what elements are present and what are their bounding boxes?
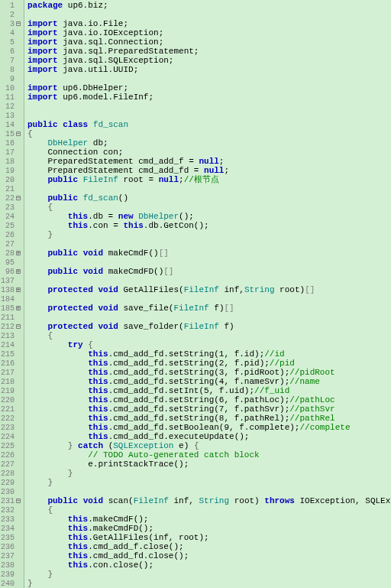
fold-icon[interactable]: ⊟ [15, 496, 22, 505]
line-number[interactable]: 3⊟ [0, 19, 24, 28]
code-line[interactable]: protected void save_folder(FileInf f) [27, 322, 388, 331]
line-number[interactable]: 27 [0, 239, 24, 249]
line-number[interactable]: 24 [0, 212, 24, 221]
line-number[interactable]: 228 [0, 469, 24, 478]
line-number[interactable]: 221 [0, 404, 24, 414]
line-number[interactable]: 233 [0, 515, 24, 524]
code-line[interactable] [27, 487, 388, 496]
line-number[interactable]: 226 [0, 450, 24, 460]
code-line[interactable]: import up6.model.FileInf; [27, 93, 388, 102]
code-line[interactable]: this.GetAllFiles(inf, root); [27, 533, 388, 542]
fold-icon[interactable]: ⊞ [15, 285, 22, 294]
code-line[interactable]: } [27, 469, 388, 478]
code-line[interactable] [27, 276, 388, 285]
line-number[interactable]: 229 [0, 478, 24, 487]
code-line[interactable]: this.cmd_add_fd.setString(2, f.pid);//pi… [27, 359, 388, 368]
code-line[interactable]: this.cmd_add_fd.setBoolean(9, f.complete… [27, 423, 388, 432]
code-line[interactable]: import java.io.File; [27, 19, 388, 28]
line-number[interactable]: 138⊞ [0, 285, 24, 294]
line-number[interactable]: 95 [0, 258, 24, 267]
line-number[interactable]: 18 [0, 157, 24, 166]
code-line[interactable]: this.cmd_add_fd.setInt(5, f.uid);//f_uid [27, 386, 388, 395]
line-number[interactable]: 227 [0, 460, 24, 469]
line-number[interactable]: 12 [0, 102, 24, 111]
code-line[interactable]: import up6.DbHelper; [27, 83, 388, 93]
code-line[interactable]: { [27, 129, 388, 138]
code-line[interactable]: } [27, 579, 388, 588]
code-line[interactable]: e.printStackTrace(); [27, 460, 388, 469]
code-line[interactable] [27, 184, 388, 193]
line-number[interactable]: 215 [0, 349, 24, 359]
line-number[interactable]: 23 [0, 203, 24, 212]
line-number[interactable]: 26 [0, 230, 24, 239]
line-number[interactable]: 20 [0, 175, 24, 184]
line-number[interactable]: 13 [0, 111, 24, 120]
code-line[interactable] [27, 10, 388, 19]
code-line[interactable]: this.cmd_add_fd.close(); [27, 551, 388, 560]
code-line[interactable]: this.cmd_add_fd.setString(1, f.id);//id [27, 349, 388, 359]
line-number[interactable]: 217 [0, 368, 24, 377]
fold-icon[interactable]: ⊞ [15, 304, 22, 313]
line-number[interactable]: 17 [0, 148, 24, 157]
code-line[interactable]: import java.sql.Connection; [27, 37, 388, 47]
code-line[interactable]: this.makeCmdF(); [27, 515, 388, 524]
code-line[interactable]: public void makeCmdFD()[] [27, 267, 388, 276]
line-number[interactable]: 96⊞ [0, 267, 24, 276]
fold-icon[interactable]: ⊟ [15, 193, 22, 203]
line-number[interactable]: 212⊟ [0, 322, 24, 331]
code-line[interactable]: this.cmd_add_fd.setString(4, f.nameSvr);… [27, 377, 388, 386]
code-line[interactable]: } catch (SQLException e) { [27, 441, 388, 450]
code-line[interactable]: Connection con; [27, 148, 388, 157]
line-number[interactable]: 16 [0, 138, 24, 148]
line-number[interactable]: 10 [0, 83, 24, 93]
fold-icon[interactable]: ⊞ [15, 267, 22, 276]
code-line[interactable]: } [27, 230, 388, 239]
code-line[interactable]: this.con = this.db.GetCon(); [27, 221, 388, 230]
line-number[interactable]: 235 [0, 533, 24, 542]
code-line[interactable] [27, 111, 388, 120]
code-line[interactable]: public class fd_scan [27, 120, 388, 129]
code-line[interactable] [27, 102, 388, 111]
code-line[interactable]: this.cmd_add_f.close(); [27, 542, 388, 551]
line-number[interactable]: 6 [0, 47, 24, 56]
line-number[interactable]: 220 [0, 395, 24, 404]
code-line[interactable]: this.cmd_add_fd.setString(8, f.pathRel);… [27, 414, 388, 423]
line-number[interactable]: 239 [0, 570, 24, 579]
fold-icon[interactable]: ⊟ [15, 129, 22, 138]
code-line[interactable]: protected void save_file(FileInf f)[] [27, 304, 388, 313]
code-line[interactable] [27, 74, 388, 83]
line-number[interactable]: 230 [0, 487, 24, 496]
line-number[interactable]: 216 [0, 359, 24, 368]
line-number[interactable]: 9 [0, 74, 24, 83]
line-number[interactable]: 237 [0, 551, 24, 560]
line-number[interactable]: 222 [0, 414, 24, 423]
line-number[interactable]: 218 [0, 377, 24, 386]
code-line[interactable]: public FileInf root = null;//根节点 [27, 175, 388, 184]
line-number[interactable]: 5 [0, 37, 24, 47]
code-line[interactable] [27, 239, 388, 249]
code-line[interactable]: } [27, 570, 388, 579]
code-line[interactable]: public void makeCmdF()[] [27, 249, 388, 258]
code-editor-content[interactable]: package up6.biz; import java.io.File;imp… [24, 0, 391, 588]
line-number[interactable]: 21 [0, 184, 24, 193]
line-number[interactable]: 211 [0, 313, 24, 322]
code-line[interactable]: this.makeCmdFD(); [27, 524, 388, 533]
line-number[interactable]: 25 [0, 221, 24, 230]
code-line[interactable]: } [27, 478, 388, 487]
line-number[interactable]: 137 [0, 276, 24, 285]
line-number[interactable]: 11 [0, 93, 24, 102]
line-number[interactable]: 7 [0, 56, 24, 65]
line-number[interactable]: 28⊞ [0, 249, 24, 258]
line-number[interactable]: 234 [0, 524, 24, 533]
code-line[interactable] [27, 313, 388, 322]
code-line[interactable]: import java.util.UUID; [27, 65, 388, 74]
code-line[interactable]: public fd_scan() [27, 193, 388, 203]
line-number[interactable]: 8 [0, 65, 24, 74]
line-number[interactable]: 15⊟ [0, 129, 24, 138]
fold-icon[interactable]: ⊟ [15, 322, 22, 331]
code-line[interactable]: // TODO Auto-generated catch block [27, 450, 388, 460]
line-number[interactable]: 219 [0, 386, 24, 395]
line-number[interactable]: 19 [0, 166, 24, 175]
code-line[interactable] [27, 294, 388, 304]
line-number[interactable]: 4 [0, 28, 24, 37]
